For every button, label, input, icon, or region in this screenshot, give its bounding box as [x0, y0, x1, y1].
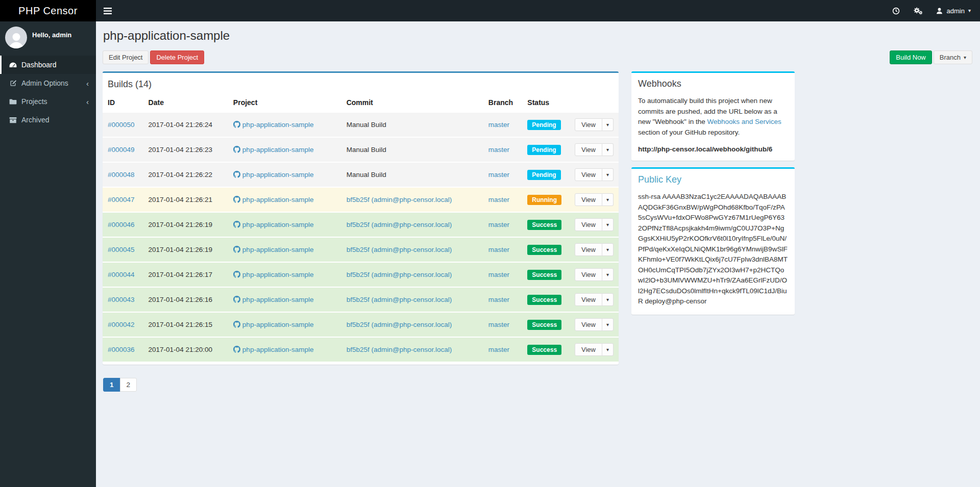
build-id-link[interactable]: #000046: [108, 221, 135, 228]
view-build-button[interactable]: View: [575, 268, 602, 281]
build-id-link[interactable]: #000036: [108, 346, 135, 353]
settings-button[interactable]: [913, 7, 922, 15]
view-dropdown-button[interactable]: ▾: [602, 193, 614, 206]
build-row: #000036 2017-01-04 21:20:00 php-applicat…: [103, 337, 619, 362]
build-branch-link[interactable]: master: [488, 146, 509, 153]
build-branch-link[interactable]: master: [488, 321, 509, 328]
build-commit-text: Manual Build: [347, 146, 386, 153]
github-icon: [233, 146, 240, 153]
branch-dropdown-button[interactable]: Branch ▾: [934, 50, 972, 64]
build-commit-link[interactable]: bf5b25f (admin@php-censor.local): [347, 221, 452, 228]
build-branch-link[interactable]: master: [488, 271, 509, 278]
build-id-link[interactable]: #000050: [108, 121, 135, 129]
build-project-label: php-application-sample: [242, 296, 314, 303]
view-dropdown-button[interactable]: ▾: [602, 343, 614, 356]
build-project-label: php-application-sample: [242, 346, 314, 353]
build-commit-link[interactable]: bf5b25f (admin@php-censor.local): [347, 296, 452, 303]
build-commit-link[interactable]: bf5b25f (admin@php-censor.local): [347, 321, 452, 328]
build-branch-link[interactable]: master: [488, 171, 509, 178]
build-project-link[interactable]: php-application-sample: [233, 346, 314, 353]
view-dropdown-button[interactable]: ▾: [602, 218, 614, 231]
build-branch-link[interactable]: master: [488, 296, 509, 303]
pagination-page-1[interactable]: 1: [103, 378, 120, 392]
build-id-link[interactable]: #000045: [108, 246, 135, 253]
build-id-link[interactable]: #000047: [108, 196, 135, 203]
user-menu[interactable]: admin ▾: [936, 7, 971, 15]
build-project-link[interactable]: php-application-sample: [233, 146, 314, 153]
build-id-link[interactable]: #000048: [108, 171, 135, 178]
pagination-page-2[interactable]: 2: [120, 378, 137, 392]
view-build-button[interactable]: View: [575, 343, 602, 356]
build-project-label: php-application-sample: [242, 246, 314, 253]
github-icon: [233, 196, 240, 203]
build-now-button[interactable]: Build Now: [890, 50, 932, 64]
build-id-link[interactable]: #000043: [108, 296, 135, 303]
view-build-button[interactable]: View: [575, 168, 602, 181]
view-build-button[interactable]: View: [575, 218, 602, 231]
build-project-label: php-application-sample: [242, 271, 314, 278]
sidebar-item-label: Admin Options: [21, 79, 68, 87]
caret-down-icon: ▾: [606, 197, 609, 202]
view-build-button[interactable]: View: [575, 318, 602, 331]
view-dropdown-button[interactable]: ▾: [602, 243, 614, 256]
view-dropdown-button[interactable]: ▾: [602, 118, 614, 131]
build-branch-link[interactable]: master: [488, 246, 509, 253]
view-button-group: View ▾: [575, 268, 614, 281]
sidebar-toggle-button[interactable]: [96, 0, 119, 21]
build-project-link[interactable]: php-application-sample: [233, 296, 314, 303]
sidebar-item-projects[interactable]: Projects ‹: [0, 92, 96, 111]
view-build-button[interactable]: View: [575, 293, 602, 306]
build-commit-link[interactable]: bf5b25f (admin@php-censor.local): [347, 346, 452, 353]
column-header-status: Status: [523, 96, 571, 112]
sidebar-item-archived[interactable]: Archived: [0, 111, 96, 129]
github-icon: [233, 171, 240, 178]
build-timeline-button[interactable]: [892, 7, 900, 15]
view-build-button[interactable]: View: [575, 243, 602, 256]
webhooks-text-after: section of your GitHub repository.: [638, 129, 740, 136]
build-branch-link[interactable]: master: [488, 121, 509, 129]
gears-icon: [913, 7, 922, 15]
build-id-link[interactable]: #000044: [108, 271, 135, 278]
caret-down-icon: ▾: [606, 297, 609, 302]
build-date: 2017-01-04 21:26:23: [149, 146, 212, 153]
build-row: #000049 2017-01-04 21:26:23 php-applicat…: [103, 137, 619, 162]
webhooks-services-link[interactable]: Webhooks and Services: [707, 118, 781, 125]
build-row: #000050 2017-01-04 21:26:24 php-applicat…: [103, 112, 619, 137]
build-branch-link[interactable]: master: [488, 221, 509, 228]
view-dropdown-button[interactable]: ▾: [602, 268, 614, 281]
build-commit-link[interactable]: bf5b25f (admin@php-censor.local): [347, 271, 452, 278]
build-project-label: php-application-sample: [242, 196, 314, 203]
build-project-link[interactable]: php-application-sample: [233, 171, 314, 178]
build-id-link[interactable]: #000042: [108, 321, 135, 328]
build-date: 2017-01-04 21:26:17: [149, 271, 212, 278]
build-project-link[interactable]: php-application-sample: [233, 196, 314, 203]
build-project-link[interactable]: php-application-sample: [233, 246, 314, 253]
sidebar-item-admin-options[interactable]: Admin Options ‹: [0, 74, 96, 92]
view-dropdown-button[interactable]: ▾: [602, 168, 614, 181]
build-project-link[interactable]: php-application-sample: [233, 321, 314, 328]
build-commit-link[interactable]: bf5b25f (admin@php-censor.local): [347, 196, 452, 203]
build-project-link[interactable]: php-application-sample: [233, 221, 314, 228]
build-branch-link[interactable]: master: [488, 196, 509, 203]
build-project-link[interactable]: php-application-sample: [233, 121, 314, 129]
github-icon: [233, 246, 240, 253]
view-build-button[interactable]: View: [575, 118, 602, 131]
view-dropdown-button[interactable]: ▾: [602, 318, 614, 331]
build-status-badge: Running: [527, 195, 561, 205]
column-header-id: ID: [103, 96, 144, 112]
build-branch-link[interactable]: master: [488, 346, 509, 353]
sidebar-item-label: Archived: [21, 116, 49, 124]
view-dropdown-button[interactable]: ▾: [602, 143, 614, 156]
view-dropdown-button[interactable]: ▾: [602, 293, 614, 306]
build-project-link[interactable]: php-application-sample: [233, 271, 314, 278]
view-build-button[interactable]: View: [575, 143, 602, 156]
github-icon: [233, 121, 240, 128]
edit-project-button[interactable]: Edit Project: [103, 50, 149, 64]
view-build-button[interactable]: View: [575, 193, 602, 206]
build-date: 2017-01-04 21:26:19: [149, 246, 212, 253]
app-logo[interactable]: PHP Censor: [0, 0, 96, 21]
build-id-link[interactable]: #000049: [108, 146, 135, 153]
delete-project-button[interactable]: Delete Project: [150, 50, 204, 64]
sidebar-item-dashboard[interactable]: Dashboard: [0, 56, 96, 74]
build-commit-link[interactable]: bf5b25f (admin@php-censor.local): [347, 246, 452, 253]
